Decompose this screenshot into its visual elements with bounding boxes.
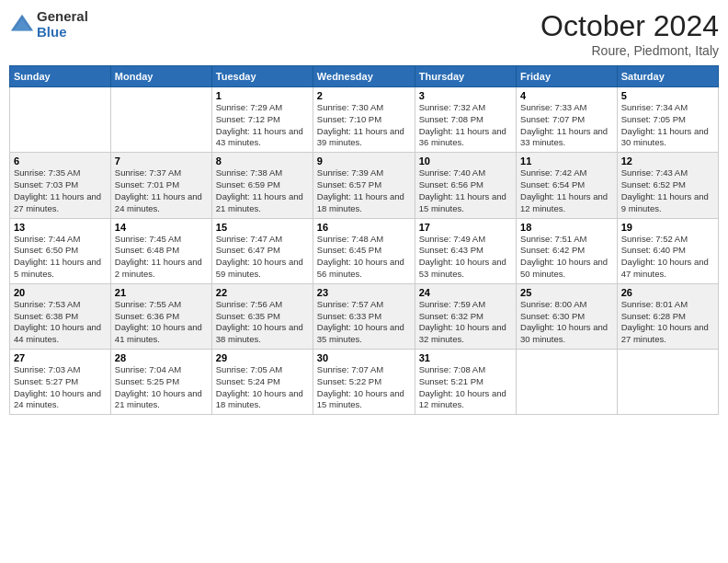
day-info: Sunrise: 7:38 AMSunset: 6:59 PMDaylight:… — [216, 167, 309, 214]
day-number: 12 — [621, 155, 714, 167]
day-number: 31 — [419, 352, 512, 363]
calendar-cell: 21 Sunrise: 7:55 AMSunset: 6:36 PMDaylig… — [110, 283, 211, 349]
day-number: 19 — [621, 222, 714, 233]
calendar-cell: 20 Sunrise: 7:53 AMSunset: 6:38 PMDaylig… — [10, 283, 111, 349]
calendar-cell: 4 Sunrise: 7:33 AMSunset: 7:07 PMDayligh… — [517, 87, 618, 153]
day-info: Sunrise: 7:30 AMSunset: 7:10 PMDaylight:… — [317, 102, 411, 149]
day-number: 20 — [14, 287, 107, 298]
day-info: Sunrise: 7:35 AMSunset: 7:03 PMDaylight:… — [14, 167, 107, 214]
col-thursday: Thursday — [415, 66, 516, 87]
calendar-cell: 16 Sunrise: 7:48 AMSunset: 6:45 PMDaylig… — [313, 218, 415, 283]
day-info: Sunrise: 7:05 AMSunset: 5:24 PMDaylight:… — [216, 364, 309, 411]
calendar-cell: 26 Sunrise: 8:01 AMSunset: 6:28 PMDaylig… — [617, 283, 718, 349]
day-number: 18 — [520, 222, 613, 233]
col-saturday: Saturday — [617, 66, 718, 87]
logo-text: General Blue — [37, 9, 88, 40]
day-info: Sunrise: 7:55 AMSunset: 6:36 PMDaylight:… — [115, 299, 208, 346]
calendar-cell: 30 Sunrise: 7:07 AMSunset: 5:22 PMDaylig… — [313, 350, 415, 415]
calendar-cell: 27 Sunrise: 7:03 AMSunset: 5:27 PMDaylig… — [10, 350, 111, 415]
day-number: 5 — [621, 90, 714, 101]
day-info: Sunrise: 7:37 AMSunset: 7:01 PMDaylight:… — [115, 167, 208, 214]
day-number: 29 — [216, 352, 309, 363]
calendar-cell: 31 Sunrise: 7:08 AMSunset: 5:21 PMDaylig… — [415, 350, 516, 415]
page-header: General Blue October 2024 Roure, Piedmon… — [9, 9, 719, 58]
calendar-cell: 12 Sunrise: 7:43 AMSunset: 6:52 PMDaylig… — [617, 153, 718, 218]
col-wednesday: Wednesday — [313, 66, 415, 87]
day-info: Sunrise: 7:43 AMSunset: 6:52 PMDaylight:… — [621, 167, 714, 214]
calendar-cell: 29 Sunrise: 7:05 AMSunset: 5:24 PMDaylig… — [211, 350, 313, 415]
month-title: October 2024 — [540, 9, 719, 43]
day-number: 23 — [317, 287, 411, 298]
calendar-cell: 19 Sunrise: 7:52 AMSunset: 6:40 PMDaylig… — [617, 218, 718, 283]
day-number: 2 — [317, 90, 411, 101]
logo-blue: Blue — [37, 25, 88, 40]
calendar-cell: 13 Sunrise: 7:44 AMSunset: 6:50 PMDaylig… — [10, 218, 111, 283]
calendar-cell — [110, 87, 211, 153]
day-info: Sunrise: 7:56 AMSunset: 6:35 PMDaylight:… — [216, 299, 309, 346]
day-number: 4 — [520, 90, 613, 101]
calendar-cell: 14 Sunrise: 7:45 AMSunset: 6:48 PMDaylig… — [110, 218, 211, 283]
day-number: 25 — [520, 287, 613, 298]
day-number: 17 — [419, 222, 512, 233]
day-number: 8 — [216, 155, 309, 167]
day-number: 3 — [419, 90, 512, 101]
day-info: Sunrise: 7:29 AMSunset: 7:12 PMDaylight:… — [216, 102, 309, 149]
calendar-table: Sunday Monday Tuesday Wednesday Thursday… — [9, 65, 719, 415]
day-info: Sunrise: 7:48 AMSunset: 6:45 PMDaylight:… — [317, 234, 411, 281]
calendar-cell: 17 Sunrise: 7:49 AMSunset: 6:43 PMDaylig… — [415, 218, 516, 283]
day-info: Sunrise: 7:49 AMSunset: 6:43 PMDaylight:… — [419, 234, 512, 281]
logo-icon — [9, 12, 35, 38]
calendar-cell: 8 Sunrise: 7:38 AMSunset: 6:59 PMDayligh… — [211, 153, 313, 218]
col-tuesday: Tuesday — [211, 66, 313, 87]
title-block: October 2024 Roure, Piedmont, Italy — [540, 9, 719, 58]
day-number: 14 — [115, 222, 208, 233]
day-number: 22 — [216, 287, 309, 298]
day-number: 10 — [419, 155, 512, 167]
calendar-cell: 22 Sunrise: 7:56 AMSunset: 6:35 PMDaylig… — [211, 283, 313, 349]
day-info: Sunrise: 7:33 AMSunset: 7:07 PMDaylight:… — [520, 102, 613, 149]
day-info: Sunrise: 7:52 AMSunset: 6:40 PMDaylight:… — [621, 234, 714, 281]
calendar-cell — [10, 87, 111, 153]
calendar-week-5: 27 Sunrise: 7:03 AMSunset: 5:27 PMDaylig… — [10, 350, 719, 415]
calendar-week-3: 13 Sunrise: 7:44 AMSunset: 6:50 PMDaylig… — [10, 218, 719, 283]
location: Roure, Piedmont, Italy — [540, 43, 719, 58]
calendar-cell: 2 Sunrise: 7:30 AMSunset: 7:10 PMDayligh… — [313, 87, 415, 153]
day-number: 24 — [419, 287, 512, 298]
col-monday: Monday — [110, 66, 211, 87]
calendar-week-4: 20 Sunrise: 7:53 AMSunset: 6:38 PMDaylig… — [10, 283, 719, 349]
day-number: 6 — [14, 155, 107, 167]
calendar-cell: 3 Sunrise: 7:32 AMSunset: 7:08 PMDayligh… — [415, 87, 516, 153]
day-info: Sunrise: 7:39 AMSunset: 6:57 PMDaylight:… — [317, 167, 411, 214]
calendar-cell: 5 Sunrise: 7:34 AMSunset: 7:05 PMDayligh… — [617, 87, 718, 153]
calendar-cell: 10 Sunrise: 7:40 AMSunset: 6:56 PMDaylig… — [415, 153, 516, 218]
col-sunday: Sunday — [10, 66, 111, 87]
logo: General Blue — [9, 9, 88, 40]
calendar-header-row: Sunday Monday Tuesday Wednesday Thursday… — [10, 66, 719, 87]
day-number: 30 — [317, 352, 411, 363]
calendar-cell: 9 Sunrise: 7:39 AMSunset: 6:57 PMDayligh… — [313, 153, 415, 218]
logo-general: General — [37, 9, 88, 25]
day-info: Sunrise: 7:57 AMSunset: 6:33 PMDaylight:… — [317, 299, 411, 346]
day-number: 11 — [520, 155, 613, 167]
day-number: 9 — [317, 155, 411, 167]
calendar-cell: 28 Sunrise: 7:04 AMSunset: 5:25 PMDaylig… — [110, 350, 211, 415]
day-info: Sunrise: 7:44 AMSunset: 6:50 PMDaylight:… — [14, 234, 107, 281]
calendar-cell: 11 Sunrise: 7:42 AMSunset: 6:54 PMDaylig… — [517, 153, 618, 218]
day-info: Sunrise: 7:32 AMSunset: 7:08 PMDaylight:… — [419, 102, 512, 149]
day-info: Sunrise: 7:40 AMSunset: 6:56 PMDaylight:… — [419, 167, 512, 214]
day-info: Sunrise: 7:45 AMSunset: 6:48 PMDaylight:… — [115, 234, 208, 281]
calendar-cell: 24 Sunrise: 7:59 AMSunset: 6:32 PMDaylig… — [415, 283, 516, 349]
calendar-cell — [517, 350, 618, 415]
day-info: Sunrise: 7:34 AMSunset: 7:05 PMDaylight:… — [621, 102, 714, 149]
day-number: 16 — [317, 222, 411, 233]
day-info: Sunrise: 7:42 AMSunset: 6:54 PMDaylight:… — [520, 167, 613, 214]
calendar-week-2: 6 Sunrise: 7:35 AMSunset: 7:03 PMDayligh… — [10, 153, 719, 218]
col-friday: Friday — [517, 66, 618, 87]
day-number: 15 — [216, 222, 309, 233]
day-number: 21 — [115, 287, 208, 298]
day-info: Sunrise: 8:01 AMSunset: 6:28 PMDaylight:… — [621, 299, 714, 346]
calendar-cell: 1 Sunrise: 7:29 AMSunset: 7:12 PMDayligh… — [211, 87, 313, 153]
day-info: Sunrise: 8:00 AMSunset: 6:30 PMDaylight:… — [520, 299, 613, 346]
day-info: Sunrise: 7:04 AMSunset: 5:25 PMDaylight:… — [115, 364, 208, 411]
day-info: Sunrise: 7:07 AMSunset: 5:22 PMDaylight:… — [317, 364, 411, 411]
